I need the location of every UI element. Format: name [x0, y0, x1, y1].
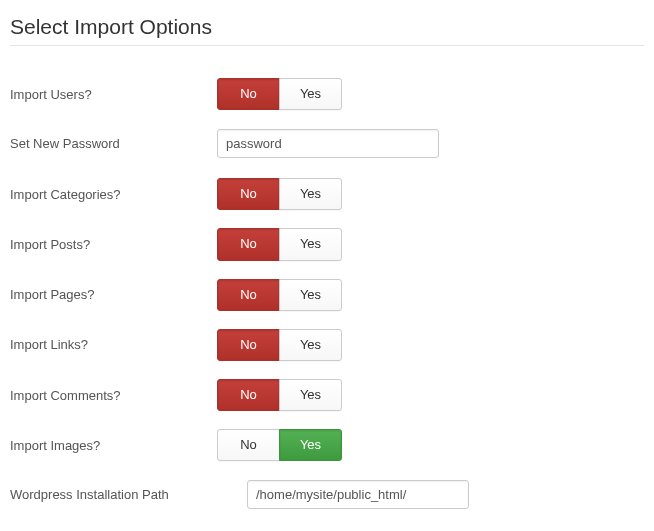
toggle-import-users: No Yes: [217, 78, 342, 110]
toggle-yes-categories[interactable]: Yes: [279, 178, 342, 210]
row-import-categories: Import Categories? No Yes: [10, 178, 644, 210]
toggle-import-links: No Yes: [217, 329, 342, 361]
wp-path-input[interactable]: [247, 480, 469, 509]
divider: [10, 45, 644, 46]
toggle-no-categories[interactable]: No: [217, 178, 280, 210]
row-import-pages: Import Pages? No Yes: [10, 279, 644, 311]
toggle-no-posts[interactable]: No: [217, 228, 280, 260]
toggle-no-images[interactable]: No: [217, 429, 280, 461]
row-set-password: Set New Password: [10, 128, 644, 158]
label-import-images: Import Images?: [10, 438, 217, 453]
toggle-yes-links[interactable]: Yes: [279, 329, 342, 361]
row-import-posts: Import Posts? No Yes: [10, 228, 644, 260]
toggle-import-pages: No Yes: [217, 279, 342, 311]
row-import-links: Import Links? No Yes: [10, 329, 644, 361]
toggle-yes-pages[interactable]: Yes: [279, 279, 342, 311]
label-import-posts: Import Posts?: [10, 237, 217, 252]
label-import-links: Import Links?: [10, 337, 217, 352]
toggle-import-comments: No Yes: [217, 379, 342, 411]
label-import-categories: Import Categories?: [10, 187, 217, 202]
label-import-pages: Import Pages?: [10, 287, 217, 302]
toggle-yes-images[interactable]: Yes: [279, 429, 342, 461]
label-wp-path: Wordpress Installation Path: [10, 487, 247, 502]
toggle-yes-posts[interactable]: Yes: [279, 228, 342, 260]
label-import-users: Import Users?: [10, 87, 217, 102]
row-wp-path: Wordpress Installation Path: [10, 479, 644, 509]
label-import-comments: Import Comments?: [10, 388, 217, 403]
toggle-import-categories: No Yes: [217, 178, 342, 210]
toggle-import-images: No Yes: [217, 429, 342, 461]
label-set-password: Set New Password: [10, 136, 217, 151]
page-title: Select Import Options: [10, 10, 644, 39]
row-import-users: Import Users? No Yes: [10, 78, 644, 110]
toggle-no-users[interactable]: No: [217, 78, 280, 110]
toggle-yes-comments[interactable]: Yes: [279, 379, 342, 411]
toggle-yes-users[interactable]: Yes: [279, 78, 342, 110]
row-import-comments: Import Comments? No Yes: [10, 379, 644, 411]
toggle-no-links[interactable]: No: [217, 329, 280, 361]
password-input[interactable]: [217, 129, 439, 158]
toggle-no-pages[interactable]: No: [217, 279, 280, 311]
toggle-import-posts: No Yes: [217, 228, 342, 260]
toggle-no-comments[interactable]: No: [217, 379, 280, 411]
row-import-images: Import Images? No Yes: [10, 429, 644, 461]
